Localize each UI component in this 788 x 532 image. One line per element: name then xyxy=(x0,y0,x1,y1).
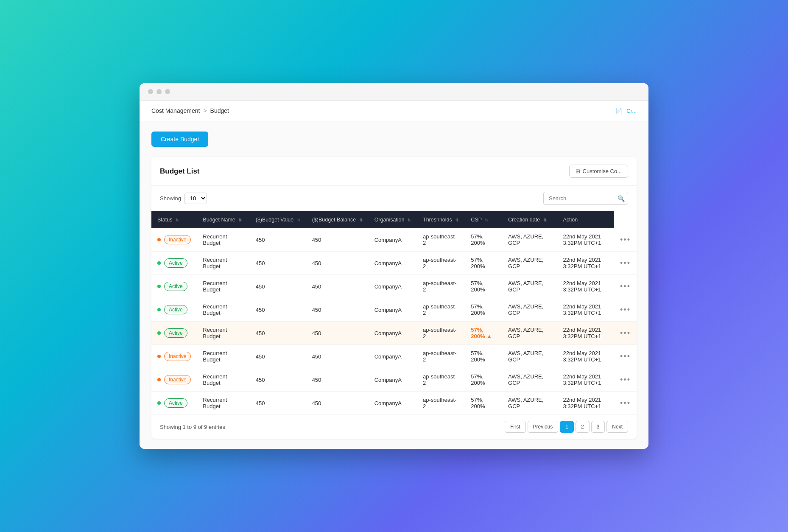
page-size-select[interactable]: 10 25 50 xyxy=(184,193,207,204)
cell-thresholds: 57%, 200% xyxy=(465,345,502,368)
cell-budget-value: 450 xyxy=(250,368,306,392)
cell-status: Active xyxy=(151,392,197,415)
cell-organisation: CompanyA xyxy=(369,275,417,298)
cell-creation-date: 22nd May 2021 3:32PM UTC+1 xyxy=(557,392,615,415)
breadcrumb-separator: > xyxy=(203,107,207,114)
cell-csp: AWS, AZURE, GCP xyxy=(502,368,557,392)
cell-organisation: CompanyA xyxy=(369,228,417,252)
sort-icon-budget-name: ⇅ xyxy=(238,218,242,222)
action-menu-button[interactable]: ••• xyxy=(620,352,631,361)
showing-entries-text: Showing 1 to 9 of 9 entries xyxy=(160,424,225,430)
threshold-warning: 57%, 200% ▲ xyxy=(471,327,492,339)
cell-budget-name: Recurrent Budget xyxy=(197,298,249,322)
customise-label: Customise Co... xyxy=(583,168,622,174)
cell-thresholds: 57%, 200% xyxy=(465,228,502,252)
cell-action[interactable]: ••• xyxy=(614,252,637,275)
cell-status: Active xyxy=(151,275,197,298)
cell-csp: AWS, AZURE, GCP xyxy=(502,322,557,345)
status-cell: Active xyxy=(157,398,191,408)
showing-label: Showing xyxy=(160,195,181,202)
budget-list-card: Budget List ⊞ Customise Co... Showing 10… xyxy=(151,157,637,439)
cell-action[interactable]: ••• xyxy=(614,298,637,322)
cell-thresholds-detail: ap-southeast-2 xyxy=(417,322,465,345)
action-menu-button[interactable]: ••• xyxy=(620,259,631,267)
status-badge: Active xyxy=(164,305,187,314)
cell-status: Active xyxy=(151,252,197,275)
cell-action[interactable]: ••• xyxy=(614,345,637,368)
table-row: Active Recurrent Budget 450 450 CompanyA… xyxy=(151,298,637,322)
search-wrap: 🔍 xyxy=(543,192,628,205)
cell-status: Active xyxy=(151,322,197,345)
table-row: Active Recurrent Budget 450 450 CompanyA… xyxy=(151,322,637,345)
status-badge: Active xyxy=(164,328,187,338)
cell-budget-balance: 450 xyxy=(306,298,369,322)
cell-csp: AWS, AZURE, GCP xyxy=(502,392,557,415)
pagination-next[interactable]: Next xyxy=(606,421,628,433)
cell-budget-name: Recurrent Budget xyxy=(197,322,249,345)
cell-thresholds-detail: ap-southeast-2 xyxy=(417,228,465,252)
status-badge: Inactive xyxy=(164,352,191,361)
cell-thresholds: 57%, 200% xyxy=(465,298,502,322)
cell-action[interactable]: ••• xyxy=(614,368,637,392)
cell-organisation: CompanyA xyxy=(369,392,417,415)
status-dot xyxy=(157,331,161,335)
action-menu-button[interactable]: ••• xyxy=(620,235,631,244)
cell-thresholds-detail: ap-southeast-2 xyxy=(417,368,465,392)
sort-icon-status: ⇅ xyxy=(176,218,179,222)
breadcrumb-parent[interactable]: Cost Management xyxy=(151,107,200,114)
action-menu-button[interactable]: ••• xyxy=(620,375,631,384)
pagination-page-2[interactable]: 2 xyxy=(576,421,590,433)
sort-icon-organisation: ⇅ xyxy=(408,218,411,222)
cell-creation-date: 22nd May 2021 3:32PM UTC+1 xyxy=(557,345,615,368)
status-dot xyxy=(157,355,161,358)
pagination-page-3[interactable]: 3 xyxy=(591,421,605,433)
status-badge: Active xyxy=(164,258,187,268)
cell-budget-name: Recurrent Budget xyxy=(197,275,249,298)
cell-organisation: CompanyA xyxy=(369,322,417,345)
customise-columns-button[interactable]: ⊞ Customise Co... xyxy=(569,165,628,178)
pagination-previous[interactable]: Previous xyxy=(528,421,559,433)
header-link[interactable]: Cr... xyxy=(626,108,637,114)
col-budget-name: Budget Name ⇅ xyxy=(197,211,249,228)
page-content: Create Budget Budget List ⊞ Customise Co… xyxy=(140,121,648,449)
status-cell: Active xyxy=(157,305,191,314)
cell-status: Inactive xyxy=(151,368,197,392)
cell-status: Inactive xyxy=(151,345,197,368)
cell-action[interactable]: ••• xyxy=(614,228,637,252)
cell-organisation: CompanyA xyxy=(369,252,417,275)
cell-action[interactable]: ••• xyxy=(614,275,637,298)
cell-budget-balance: 450 xyxy=(306,275,369,298)
window-dot-3 xyxy=(165,89,170,94)
cell-thresholds-detail: ap-southeast-2 xyxy=(417,345,465,368)
cell-budget-balance: 450 xyxy=(306,392,369,415)
cell-organisation: CompanyA xyxy=(369,345,417,368)
status-dot xyxy=(157,401,161,405)
pagination-first[interactable]: First xyxy=(505,421,525,433)
status-dot xyxy=(157,378,161,381)
pagination-page-1[interactable]: 1 xyxy=(560,421,574,433)
status-badge: Active xyxy=(164,398,187,408)
cell-budget-name: Recurrent Budget xyxy=(197,228,249,252)
col-csp: CSP ⇅ xyxy=(465,211,502,228)
action-menu-button[interactable]: ••• xyxy=(620,305,631,314)
action-menu-button[interactable]: ••• xyxy=(620,399,631,407)
cell-status: Inactive xyxy=(151,228,197,252)
action-menu-button[interactable]: ••• xyxy=(620,329,631,337)
action-menu-button[interactable]: ••• xyxy=(620,282,631,291)
table-body: Inactive Recurrent Budget 450 450 Compan… xyxy=(151,228,637,415)
cell-action[interactable]: ••• xyxy=(614,322,637,345)
create-budget-button[interactable]: Create Budget xyxy=(151,132,208,147)
status-cell: Inactive xyxy=(157,235,191,244)
search-icon: 🔍 xyxy=(618,195,625,202)
cell-action[interactable]: ••• xyxy=(614,392,637,415)
cell-budget-balance: 450 xyxy=(306,368,369,392)
cell-budget-balance: 450 xyxy=(306,345,369,368)
search-input[interactable] xyxy=(543,192,628,205)
threshold-value: 57%, 200% xyxy=(471,303,485,316)
cell-creation-date: 22nd May 2021 3:32PM UTC+1 xyxy=(557,298,615,322)
app-window: Cost Management > Budget 📄 Cr... Create … xyxy=(140,83,648,449)
threshold-value: 57%, 200% xyxy=(471,373,485,386)
status-cell: Active xyxy=(157,282,191,291)
table-header-row: Status ⇅ Budget Name ⇅ ($)Budget Value ⇅… xyxy=(151,211,637,228)
sort-icon-thresholds: ⇅ xyxy=(455,218,458,222)
